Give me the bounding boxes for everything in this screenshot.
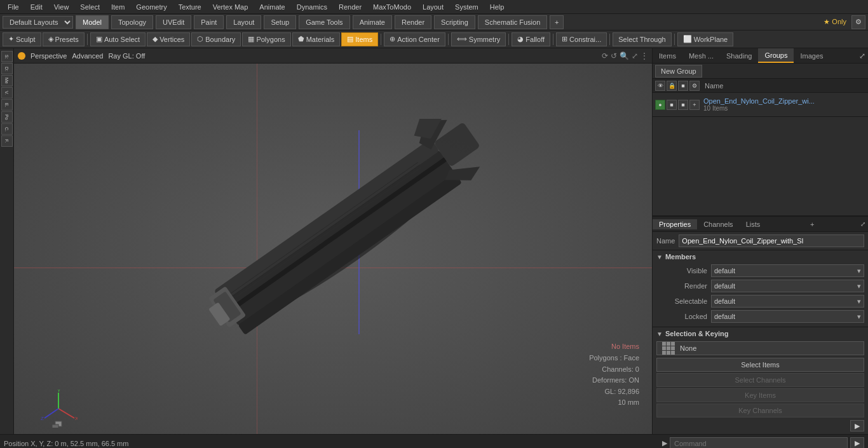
item-lock-icon[interactable]: ■	[667, 100, 677, 110]
groups-tab-shading[interactable]: Shading	[720, 48, 758, 63]
menu-dynamics[interactable]: Dynamics	[292, 2, 332, 12]
menu-select[interactable]: Select	[75, 2, 105, 12]
left-btn-po[interactable]: Po	[1, 111, 13, 123]
left-btn-e[interactable]: E.	[1, 99, 13, 111]
gear-button[interactable]: ⚙	[851, 15, 865, 29]
item-settings-icon[interactable]: +	[689, 100, 700, 110]
panel-expand-arrow[interactable]: ▶	[850, 420, 864, 431]
left-btn-d[interactable]: D:	[1, 63, 13, 74]
render-icon[interactable]: ■	[678, 81, 688, 91]
action-center-button[interactable]: ⊕ Action Center	[384, 32, 445, 46]
auto-select-button[interactable]: ▣ Auto Select	[90, 32, 146, 46]
menu-texture[interactable]: Texture	[173, 2, 207, 12]
props-add-tab-button[interactable]: +	[806, 219, 818, 229]
menu-edit[interactable]: Edit	[25, 2, 48, 12]
props-tab-properties[interactable]: Properties	[653, 219, 697, 229]
tab-paint[interactable]: Paint	[194, 15, 224, 29]
groups-item-row[interactable]: ● ■ ■ + Open_End_Nylon_Coil_Zipper_wi...…	[653, 93, 868, 117]
menu-animate[interactable]: Animate	[254, 2, 290, 12]
tab-setup[interactable]: Setup	[264, 15, 296, 29]
groups-tab-mesh[interactable]: Mesh ...	[682, 48, 720, 63]
item-eye-icon[interactable]: ●	[655, 100, 665, 110]
select-channels-button[interactable]: Select Channels	[656, 373, 864, 387]
add-layout-button[interactable]: +	[550, 15, 564, 29]
item-render-icon[interactable]: ■	[678, 100, 688, 110]
members-header[interactable]: ▼ Members	[656, 253, 864, 261]
viewport-ray-gl[interactable]: Ray GL: Off	[108, 52, 145, 60]
expand-icon[interactable]: ⤢	[859, 51, 865, 60]
left-btn-v[interactable]: V.	[1, 87, 13, 98]
menu-vertex-map[interactable]: Vertex Map	[208, 2, 254, 12]
viewport-icon-rotate[interactable]: ⟳	[602, 51, 608, 60]
locked-select[interactable]: default ▾	[711, 310, 864, 323]
materials-button[interactable]: ⬟ Materials	[292, 32, 341, 46]
command-submit-button[interactable]: ▶	[850, 437, 864, 449]
items-button[interactable]: ▤ Items	[341, 32, 378, 46]
selection-keying-header[interactable]: ▼ Selection & Keying	[656, 330, 864, 337]
props-tab-channels[interactable]: Channels	[697, 219, 739, 229]
select-items-label: Select Items	[741, 361, 780, 369]
sculpt-button[interactable]: ✦ Sculpt	[3, 32, 41, 46]
groups-tab-items[interactable]: Items	[653, 48, 682, 63]
settings-icon[interactable]: ⚙	[689, 81, 700, 91]
tab-topology[interactable]: Topology	[111, 15, 153, 29]
command-arrow-icon[interactable]: ▶	[662, 439, 667, 447]
menu-layout[interactable]: Layout	[417, 2, 449, 12]
workplane-button[interactable]: ⬜ WorkPlane	[677, 32, 734, 46]
menu-help[interactable]: Help	[485, 2, 510, 12]
boundary-button[interactable]: ⬡ Boundary	[191, 32, 241, 46]
left-btn-c[interactable]: C.	[1, 123, 13, 135]
left-btn-me[interactable]: Me	[1, 75, 13, 86]
viewport-toggle[interactable]	[18, 52, 25, 60]
viewport-icon-more[interactable]: ⋮	[641, 51, 648, 60]
tab-scripting[interactable]: Scripting	[434, 15, 475, 29]
polygons-button[interactable]: ▦ Polygons	[242, 32, 290, 46]
select-channels-label: Select Channels	[735, 376, 785, 384]
eye-icon[interactable]: 👁	[655, 81, 665, 91]
presets-button[interactable]: ◈ Presets	[43, 32, 85, 46]
select-items-button[interactable]: Select Items	[656, 358, 864, 372]
viewport-icon-reset[interactable]: ↺	[611, 51, 617, 60]
key-channels-button[interactable]: Key Channels	[656, 404, 864, 417]
menu-system[interactable]: System	[450, 2, 484, 12]
groups-tab-groups[interactable]: Groups	[758, 48, 794, 63]
tab-animate[interactable]: Animate	[353, 15, 392, 29]
viewport-icon-expand[interactable]: ⤢	[632, 51, 638, 60]
falloff-button[interactable]: ◕ Falloff	[512, 32, 550, 46]
tab-layout[interactable]: Layout	[226, 15, 261, 29]
viewport-advanced[interactable]: Advanced	[72, 52, 103, 60]
viewport-icon-zoom-out[interactable]: 🔍	[620, 51, 629, 60]
props-tab-lists[interactable]: Lists	[740, 219, 767, 229]
select-through-button[interactable]: Select Through	[613, 32, 671, 46]
selectable-select[interactable]: default ▾	[711, 295, 864, 308]
menu-geometry[interactable]: Geometry	[131, 2, 172, 12]
menu-maxtomodo[interactable]: MaxToModo	[368, 2, 416, 12]
menu-file[interactable]: File	[3, 2, 24, 12]
tab-uvedit[interactable]: UVEdit	[156, 15, 191, 29]
tab-game-tools[interactable]: Game Tools	[299, 15, 350, 29]
new-group-button[interactable]: New Group	[655, 65, 702, 78]
props-expand-button[interactable]: ⤢	[858, 219, 868, 229]
lock-icon[interactable]: 🔒	[667, 81, 677, 91]
left-btn-f[interactable]: F.	[1, 135, 13, 147]
tab-render[interactable]: Render	[395, 15, 431, 29]
none-button[interactable]: None	[656, 341, 864, 355]
name-input[interactable]	[679, 234, 864, 247]
command-input[interactable]	[670, 437, 848, 449]
layout-dropdown[interactable]: Default Layouts	[3, 16, 73, 29]
menu-item[interactable]: Item	[106, 2, 130, 12]
menu-view[interactable]: View	[49, 2, 74, 12]
vertices-button[interactable]: ◆ Vertices	[147, 32, 190, 46]
tab-model[interactable]: Model	[76, 15, 109, 29]
symmetry-button[interactable]: ⟺ Symmetry	[451, 32, 506, 46]
constraints-button[interactable]: ⊞ Constrai...	[556, 32, 607, 46]
left-btn-s[interactable]: S:	[1, 51, 13, 62]
viewport-mode[interactable]: Perspective	[31, 52, 67, 60]
3d-viewport[interactable]: No Items Polygons : Face Channels: 0 Def…	[14, 64, 652, 434]
groups-tab-images[interactable]: Images	[794, 48, 829, 63]
render-select[interactable]: default ▾	[711, 280, 864, 292]
key-items-button[interactable]: Key Items	[656, 388, 864, 402]
visible-select[interactable]: default ▾	[711, 264, 864, 277]
tab-schematic-fusion[interactable]: Schematic Fusion	[478, 15, 547, 29]
menu-render[interactable]: Render	[334, 2, 367, 12]
